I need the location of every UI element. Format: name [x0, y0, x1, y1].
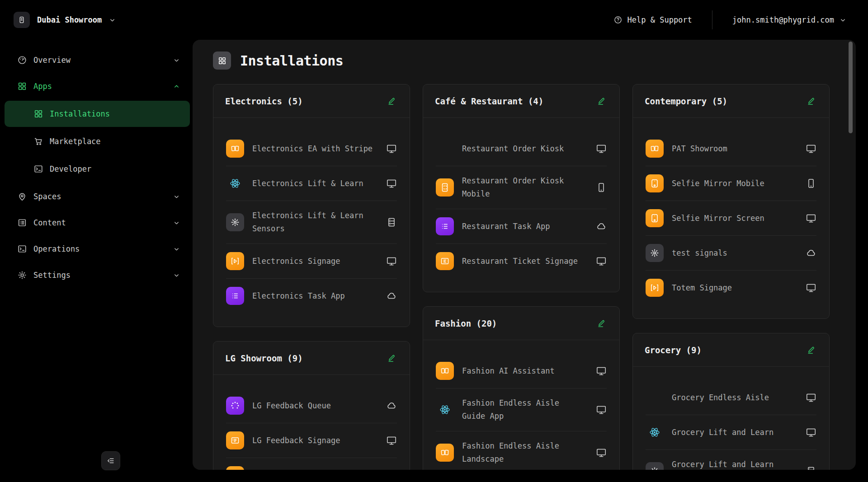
edit-group-button[interactable]	[386, 95, 398, 107]
mobile-icon	[804, 178, 816, 189]
sidebar-item-spaces[interactable]: Spaces	[0, 183, 193, 210]
installation-row[interactable]: Electronics Lift & Learn Sensors	[226, 201, 397, 243]
monitor-icon	[384, 435, 397, 446]
sidebar-item-developer[interactable]: Developer	[0, 156, 193, 182]
sidebar-item-operations[interactable]: Operations	[0, 236, 193, 262]
endless-aisle-icon	[646, 140, 664, 158]
user-menu[interactable]: john.smith@phygrid.com	[732, 15, 846, 24]
group-card-header: Electronics (5)	[213, 84, 410, 118]
feedback-signage-icon	[226, 431, 244, 449]
sidebar-item-apps[interactable]: Apps	[0, 73, 193, 99]
installation-row[interactable]: LG Order Kiosk	[226, 458, 397, 470]
installation-row[interactable]: Selfie Mirror Screen	[646, 201, 816, 235]
installation-row[interactable]: Fashion AI Assistant	[436, 354, 607, 388]
chevron-up-icon	[173, 83, 180, 90]
installation-row[interactable]: Electronics Lift & Learn	[226, 166, 397, 201]
collapse-sidebar-button[interactable]	[101, 451, 120, 470]
sidebar-item-label: Content	[33, 218, 66, 227]
group-title: Electronics (5)	[225, 96, 303, 106]
chevron-down-icon	[109, 17, 116, 23]
apps-grid-icon	[33, 109, 43, 119]
terminal-icon	[17, 244, 27, 254]
installation-row[interactable]: Grocery Lift and Learn	[646, 415, 816, 449]
sidebar-item-overview[interactable]: Overview	[0, 47, 193, 73]
server-icon	[804, 466, 816, 470]
installation-label: Fashion AI Assistant	[462, 365, 586, 378]
group-card-header: Contemporary (5)	[633, 84, 829, 118]
installation-label: Electronics Lift & Learn	[252, 177, 376, 190]
no-app-icon	[436, 140, 454, 158]
cloud-icon	[384, 400, 397, 411]
terminal-icon	[33, 164, 43, 174]
edit-group-button[interactable]	[806, 344, 817, 356]
monitor-icon	[594, 256, 607, 267]
installation-label: test signals	[672, 247, 796, 260]
sidebar-item-label: Developer	[50, 164, 91, 173]
chevron-down-icon	[173, 246, 180, 253]
installation-row[interactable]: PAT Showroom	[646, 131, 816, 166]
monitor-icon	[804, 282, 816, 293]
group-card-electronics: Electronics (5) Electronics EA with Stri…	[213, 84, 410, 327]
installation-row[interactable]: Restaurant Order Kiosk	[436, 131, 607, 166]
org-switcher[interactable]: Dubai Showroom	[14, 12, 116, 28]
installation-row[interactable]: LG Feedback Signage	[226, 423, 397, 458]
installation-label: Restaurant Task App	[462, 220, 586, 233]
installation-list: Fashion AI Assistant Fashion Endless Ais…	[423, 340, 619, 470]
task-app-icon	[226, 287, 244, 305]
installation-label: Selfie Mirror Mobile	[672, 177, 796, 190]
installation-row[interactable]: test signals	[646, 235, 816, 270]
sidebar-item-settings[interactable]: Settings	[0, 262, 193, 288]
sidebar-nav: OverviewAppsInstallationsMarketplaceDeve…	[0, 40, 193, 288]
monitor-icon	[384, 256, 397, 267]
sidebar-item-installations[interactable]: Installations	[5, 101, 190, 127]
group-card-header: LG Showroom (9)	[213, 342, 410, 375]
group-title: Fashion (20)	[435, 318, 497, 328]
monitor-icon	[804, 213, 816, 224]
cart-icon	[33, 136, 43, 146]
monitor-icon	[594, 143, 607, 154]
vertical-scrollbar[interactable]	[849, 42, 853, 133]
installation-row[interactable]: Restaurant Task App	[436, 209, 607, 243]
installation-row[interactable]: Electronics Task App	[226, 278, 397, 313]
org-logo-icon	[14, 12, 30, 28]
edit-group-button[interactable]	[386, 352, 398, 364]
monitor-icon	[594, 365, 607, 376]
sidebar-item-marketplace[interactable]: Marketplace	[0, 128, 193, 154]
installation-row[interactable]: Fashion Endless Aisle Guide App	[436, 388, 607, 431]
installation-row[interactable]: Totem Signage	[646, 270, 816, 305]
edit-group-button[interactable]	[596, 318, 608, 329]
group-card-caf-restaurant: Café & Restaurant (4) Restaurant Order K…	[423, 84, 620, 292]
installation-row[interactable]: Restaurant Order Kiosk Mobile	[436, 166, 607, 209]
installation-row[interactable]: Grocery Endless Aisle	[646, 380, 816, 415]
topbar: Dubai Showroom Help & Support john.smith…	[0, 0, 868, 40]
installation-list: Electronics EA with Stripe Electronics L…	[213, 118, 410, 327]
sidebar-item-content[interactable]: Content	[0, 210, 193, 236]
installation-row[interactable]: Grocery Lift and Learn Edge App	[646, 449, 816, 470]
installation-row[interactable]: Electronics Signage	[226, 243, 397, 278]
installation-row[interactable]: Electronics EA with Stripe	[226, 131, 397, 166]
monitor-icon	[804, 143, 816, 154]
edit-group-button[interactable]	[806, 95, 817, 107]
installation-label: Electronics Signage	[252, 255, 376, 268]
installation-label: Totem Signage	[672, 281, 796, 295]
sidebar-item-label: Settings	[33, 271, 71, 280]
sidebar-item-label: Operations	[33, 244, 80, 253]
no-app-icon	[646, 388, 664, 407]
react-icon	[436, 401, 454, 419]
installation-row[interactable]: Fashion Endless Aisle Landscape	[436, 431, 607, 470]
cards-grid: Electronics (5) Electronics EA with Stri…	[213, 84, 856, 470]
installation-list: Restaurant Order Kiosk Restaurant Order …	[423, 118, 619, 292]
installation-row[interactable]: Selfie Mirror Mobile	[646, 166, 816, 201]
installation-row[interactable]: Restaurant Ticket Signage	[436, 243, 607, 278]
installation-label: Electronics Task App	[252, 290, 376, 303]
group-title: LG Showroom (9)	[225, 353, 303, 363]
selfie-mirror-icon	[646, 209, 664, 227]
cloud-icon	[384, 290, 397, 301]
group-card-header: Grocery (9)	[633, 333, 829, 367]
monitor-icon	[384, 178, 397, 189]
edit-group-button[interactable]	[596, 95, 608, 107]
group-card-fashion: Fashion (20) Fashion AI Assistant Fashio…	[423, 306, 620, 470]
installation-row[interactable]: LG Feedback Queue	[226, 388, 397, 423]
help-support-button[interactable]: Help & Support	[613, 15, 692, 24]
order-kiosk-icon	[226, 466, 244, 470]
